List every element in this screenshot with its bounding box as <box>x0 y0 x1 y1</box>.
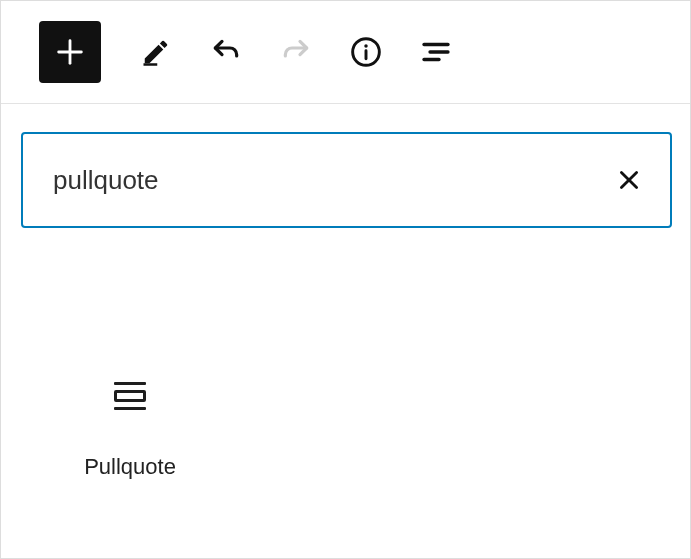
pullquote-icon <box>112 378 148 414</box>
svg-rect-2 <box>144 63 158 66</box>
redo-button <box>281 37 311 67</box>
clear-search-button[interactable] <box>610 161 648 199</box>
outline-icon <box>418 34 454 70</box>
edit-button[interactable] <box>141 37 171 67</box>
pencil-icon <box>141 37 171 67</box>
block-option-pullquote[interactable]: Pullquote <box>25 368 235 500</box>
search-input[interactable] <box>53 165 610 196</box>
editor-frame: Pullquote <box>0 0 691 559</box>
undo-icon <box>210 36 242 68</box>
outline-button[interactable] <box>421 37 451 67</box>
plus-icon <box>53 35 87 69</box>
block-search-panel <box>1 104 690 228</box>
info-icon <box>350 36 382 68</box>
close-icon <box>616 167 642 193</box>
svg-point-5 <box>364 44 367 47</box>
info-button[interactable] <box>351 37 381 67</box>
undo-button[interactable] <box>211 37 241 67</box>
editor-toolbar <box>1 1 690 104</box>
redo-icon <box>280 36 312 68</box>
search-results: Pullquote <box>1 228 690 500</box>
block-option-label: Pullquote <box>84 454 176 480</box>
search-box[interactable] <box>21 132 672 228</box>
add-block-button[interactable] <box>39 21 101 83</box>
